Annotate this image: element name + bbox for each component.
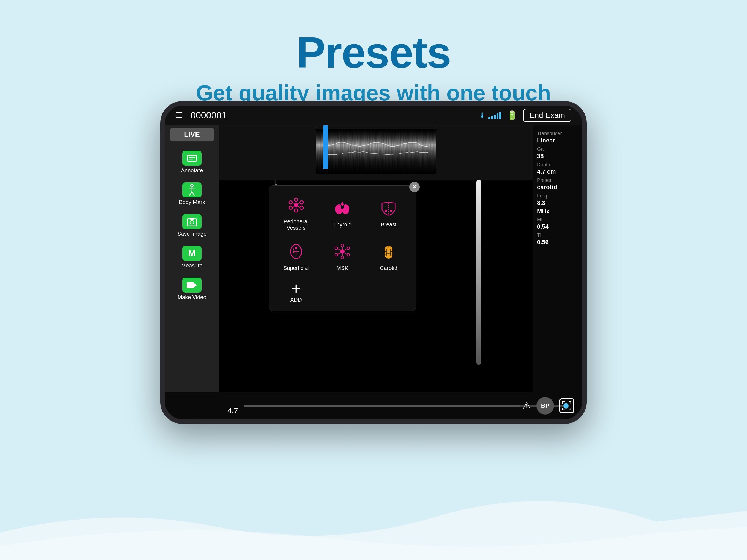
svg-point-34 (295, 247, 297, 249)
ti-value: 0.56 (537, 239, 578, 246)
thyroid-label: Thyroid (333, 222, 352, 228)
bottom-icons: ⚠ BP (522, 397, 574, 414)
svg-point-36 (340, 249, 344, 254)
svg-rect-11 (187, 282, 194, 288)
svg-line-45 (344, 253, 347, 254)
peripheral-vessels-label: Peripheral Vessels (276, 219, 316, 231)
svg-rect-0 (187, 155, 197, 161)
svg-point-31 (385, 210, 387, 212)
ti-label: TI (537, 232, 578, 238)
svg-line-44 (344, 249, 347, 250)
svg-point-9 (190, 221, 194, 224)
progress-track[interactable] (244, 405, 569, 407)
svg-point-41 (335, 253, 338, 256)
gain-label: Gain (537, 146, 578, 152)
svg-line-48 (338, 249, 340, 250)
fullscreen-button[interactable] (560, 399, 574, 413)
thermometer-icon: 🌡 (479, 111, 486, 120)
svg-point-14 (294, 198, 298, 201)
presets-popup: ✕ Peripheral Vessels Thyroid (268, 185, 416, 311)
transducer-value: Linear (537, 137, 578, 144)
bp-button[interactable]: BP (537, 397, 554, 414)
bottom-bar: 4.7 ⚠ BP (164, 392, 583, 419)
annotate-label: Annotate (181, 167, 203, 174)
saveimage-label: Save Image (177, 231, 207, 237)
transducer-label: Transducer (537, 131, 578, 136)
preset-peripheral-vessels[interactable]: Peripheral Vessels (274, 191, 318, 235)
sidebar-item-annotate[interactable]: Annotate (181, 151, 203, 174)
superficial-label: Superficial (283, 265, 309, 271)
svg-point-17 (294, 209, 298, 212)
depth-ruler (476, 180, 481, 365)
svg-point-42 (335, 247, 338, 250)
freq-value: 8.3 (537, 199, 578, 206)
bodymark-label: Body Mark (179, 199, 205, 205)
msk-label: MSK (336, 265, 348, 271)
popup-close-button[interactable]: ✕ (409, 182, 420, 192)
svg-point-3 (190, 184, 193, 187)
svg-point-53 (387, 246, 390, 248)
svg-point-32 (390, 210, 392, 212)
signal-bars (488, 111, 501, 119)
battery-icon: 🔋 (507, 110, 518, 121)
svg-marker-12 (194, 283, 197, 287)
tablet-shell: ☰ 0000001 🌡 🔋 End Exam (160, 101, 587, 424)
preset-msk[interactable]: MSK (320, 238, 364, 275)
preset-value: carotid (537, 184, 578, 191)
peripheral-vessels-icon (287, 196, 305, 216)
end-exam-button[interactable]: End Exam (523, 109, 571, 122)
sidebar-item-bodymark[interactable]: Body Mark (179, 182, 205, 205)
progress-fill (244, 405, 520, 407)
sidebar-item-saveimage[interactable]: Save Image (177, 214, 207, 237)
info-panel: Transducer Linear Gain 38 Depth 4.7 cm P… (533, 125, 583, 392)
sidebar: LIVE Annotate Body Mark (164, 125, 219, 392)
depth-label: Depth (537, 162, 578, 168)
us-blue-bar (323, 125, 328, 169)
annotate-icon (182, 151, 202, 166)
preset-thyroid[interactable]: Thyroid (320, 191, 364, 235)
main-content: LIVE Annotate Body Mark (164, 125, 583, 392)
page-title: Presets (0, 27, 747, 78)
freq-label: Freq (537, 193, 578, 199)
signal-area: 🌡 (479, 111, 501, 120)
sidebar-item-makevideo[interactable]: Make Video (177, 278, 206, 301)
freq-unit: MHz (537, 207, 578, 215)
measure-label: Measure (181, 262, 203, 269)
sidebar-item-measure[interactable]: M Measure (181, 246, 203, 269)
thyroid-icon (334, 199, 351, 219)
svg-line-7 (192, 192, 195, 196)
svg-point-37 (341, 244, 344, 247)
depth-value-panel: 4.7 cm (537, 168, 578, 175)
svg-point-18 (289, 206, 292, 209)
svg-rect-10 (190, 218, 194, 220)
add-plus-icon: + (291, 280, 301, 297)
top-bar: ☰ 0000001 🌡 🔋 End Exam (164, 105, 583, 125)
bodymark-icon (182, 182, 202, 198)
preset-breast[interactable]: Breast (367, 191, 410, 235)
svg-point-19 (289, 201, 292, 204)
svg-point-29 (341, 203, 344, 206)
svg-point-16 (300, 206, 303, 209)
svg-point-39 (347, 253, 350, 256)
tablet-screen: ☰ 0000001 🌡 🔋 End Exam (164, 105, 583, 419)
svg-point-40 (341, 256, 344, 259)
breast-icon (380, 199, 397, 219)
depth-bottom-value: 4.7 (228, 406, 238, 415)
saveimage-icon (182, 214, 202, 229)
svg-line-6 (189, 192, 192, 196)
makevideo-label: Make Video (177, 294, 206, 301)
gain-value: 38 (537, 153, 578, 160)
preset-superficial[interactable]: Superficial (274, 238, 318, 275)
svg-point-15 (300, 201, 303, 204)
mi-label: MI (537, 217, 578, 223)
superficial-icon (287, 243, 305, 263)
preset-add-button[interactable]: + ADD (274, 278, 318, 305)
preset-label: Preset (537, 177, 578, 183)
live-button[interactable]: LIVE (170, 128, 214, 141)
measure-icon: M (182, 246, 202, 261)
mi-value: 0.54 (537, 223, 578, 230)
menu-icon[interactable]: ☰ (176, 111, 182, 120)
preset-carotid[interactable]: Carotid (367, 238, 410, 275)
ultrasound-display: · 1 · 2 · 3 · 4 ✕ Peripheral Vessels (219, 125, 533, 392)
patient-id: 0000001 (190, 110, 227, 121)
